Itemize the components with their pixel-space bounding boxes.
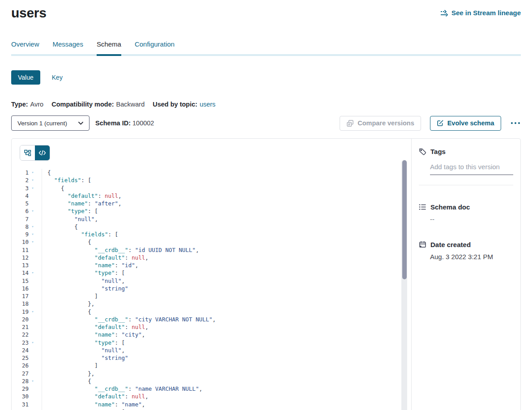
code-line: 1▾{: [20, 169, 411, 176]
line-number: 24: [20, 346, 29, 354]
code-text: "type": [: [42, 339, 125, 346]
code-line: 12 "default": null,: [20, 254, 411, 261]
code-text: "__crdb__": "city VARCHAR NOT NULL",: [42, 316, 216, 323]
line-number: 3: [20, 184, 29, 192]
compatibility-value: Backward: [116, 101, 145, 108]
fold-arrow-icon[interactable]: ▾: [29, 184, 37, 192]
compare-versions-button[interactable]: Compare versions: [340, 116, 421, 131]
line-number: 6: [20, 207, 29, 215]
tab-messages[interactable]: Messages: [53, 40, 83, 54]
editor-scrollbar-thumb[interactable]: [402, 160, 407, 279]
fold-arrow-icon[interactable]: ▾: [29, 408, 37, 410]
code-line: 18 },: [20, 300, 411, 308]
code-view-icon: [38, 150, 46, 156]
add-tags-input[interactable]: [430, 162, 513, 175]
gutter-separator: [37, 169, 42, 176]
schema-sidebar: Tags Schema doc --: [411, 139, 520, 410]
fold-spacer: [29, 277, 37, 285]
code-text: "type": [: [42, 408, 125, 410]
line-number: 26: [20, 362, 29, 369]
used-by-topic-label: Used by topic:: [153, 101, 197, 108]
code-line: 6▾ "type": [: [20, 207, 411, 215]
code-line: 29 "__crdb__": "name VARCHAR NULL",: [20, 385, 411, 393]
fold-arrow-icon[interactable]: ▾: [29, 377, 37, 385]
fold-arrow-icon[interactable]: ▾: [29, 231, 37, 238]
fold-arrow-icon[interactable]: ▾: [29, 169, 37, 176]
gutter-separator: [37, 184, 42, 192]
evolve-schema-button[interactable]: Evolve schema: [430, 116, 501, 131]
stream-lineage-link[interactable]: See in Stream lineage: [440, 9, 521, 17]
code-line: 21 "default": null,: [20, 323, 411, 331]
date-created-value: Aug. 3 2022 3:21 PM: [430, 253, 513, 261]
compatibility-label: Compatibility mode:: [51, 101, 114, 108]
code-text: "null",: [42, 215, 98, 223]
ellipsis-icon: [511, 122, 513, 124]
line-number: 19: [20, 308, 29, 316]
code-line: 31 "name": "name",: [20, 401, 411, 408]
code-line: 32▾ "type": [: [20, 408, 411, 410]
gutter-separator: [37, 246, 42, 254]
schema-meta-row: Type: Avro Compatibility mode: Backward …: [11, 101, 521, 108]
line-number: 10: [20, 238, 29, 246]
gutter-separator: [37, 408, 42, 410]
type-value: Avro: [30, 101, 44, 108]
code-line: 7 "null",: [20, 215, 411, 223]
code-line: 11 "__crdb__": "id UUID NOT NULL",: [20, 246, 411, 254]
code-line: 10▾ {: [20, 238, 411, 246]
fold-arrow-icon[interactable]: ▾: [29, 269, 37, 277]
schema-id-value: 100002: [132, 120, 154, 127]
tab-configuration[interactable]: Configuration: [135, 40, 174, 54]
code-line: 2▾ "fields": [: [20, 176, 411, 184]
more-options-button[interactable]: [510, 120, 521, 127]
evolve-schema-icon: [437, 120, 444, 127]
code-line: 19▾ {: [20, 308, 411, 316]
fold-spacer: [29, 300, 37, 308]
code-text: },: [42, 370, 94, 377]
fold-spacer: [29, 354, 37, 362]
fold-arrow-icon[interactable]: ▾: [29, 339, 37, 346]
tab-schema[interactable]: Schema: [97, 40, 121, 54]
code-line: 24 "null",: [20, 346, 411, 354]
topic-link[interactable]: users: [200, 101, 215, 108]
line-number: 12: [20, 254, 29, 261]
compare-versions-icon: [346, 120, 354, 127]
code-view-button[interactable]: [35, 145, 50, 160]
tree-view-button[interactable]: [20, 145, 35, 160]
gutter-separator: [37, 354, 42, 362]
value-tab-button[interactable]: Value: [11, 70, 40, 85]
code-text: {: [42, 308, 91, 316]
fold-arrow-icon[interactable]: ▾: [29, 207, 37, 215]
fold-spacer: [29, 393, 37, 400]
code-text: {: [42, 377, 91, 385]
code-text: {: [42, 169, 51, 176]
fold-spacer: [29, 246, 37, 254]
gutter-separator: [37, 316, 42, 323]
gutter-separator: [37, 323, 42, 331]
fold-arrow-icon[interactable]: ▾: [29, 223, 37, 231]
code-text: {: [42, 238, 91, 246]
gutter-separator: [37, 277, 42, 285]
schema-panel: 1▾{2▾ "fields": [3▾ {4 "default": null,5…: [11, 138, 521, 410]
version-select[interactable]: Version 1 (current): [11, 115, 89, 131]
fold-arrow-icon[interactable]: ▾: [29, 238, 37, 246]
tab-overview[interactable]: Overview: [11, 40, 39, 54]
code-text: "fields": [: [42, 231, 118, 238]
code-text: "name": "id",: [42, 261, 138, 269]
fold-arrow-icon[interactable]: ▾: [29, 308, 37, 316]
gutter-separator: [37, 292, 42, 300]
fold-spacer: [29, 292, 37, 300]
code-text: "default": null,: [42, 192, 122, 200]
fold-spacer: [29, 316, 37, 323]
gutter-separator: [37, 331, 42, 338]
editor-scrollbar-track[interactable]: [401, 160, 407, 410]
gutter-separator: [37, 192, 42, 200]
code-line: 5 "name": "after",: [20, 200, 411, 207]
gutter-separator: [37, 269, 42, 277]
key-tab-link[interactable]: Key: [52, 74, 63, 81]
fold-arrow-icon[interactable]: ▾: [29, 176, 37, 184]
gutter-separator: [37, 308, 42, 316]
code-text: ]: [42, 292, 98, 300]
code-text: "type": [: [42, 269, 125, 277]
line-number: 32: [20, 408, 29, 410]
code-text: "name": "name",: [42, 401, 145, 408]
